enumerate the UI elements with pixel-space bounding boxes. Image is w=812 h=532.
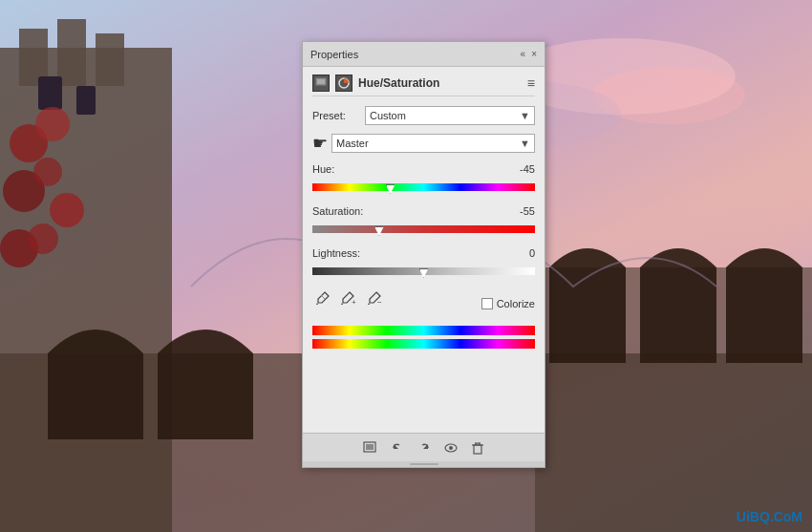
saturation-slider-row: Saturation: -55: [312, 205, 535, 238]
trash-icon: [470, 440, 485, 456]
master-select[interactable]: Master ▼: [331, 134, 535, 153]
lightness-slider-track-container[interactable]: [312, 263, 535, 280]
master-row: ☛ Master ▼: [312, 133, 535, 154]
lightness-header: Lightness: 0: [312, 247, 535, 259]
rainbow-bottom-bar: [312, 339, 535, 349]
preset-label: Preset:: [312, 110, 365, 121]
hue-sat-icon: [337, 76, 351, 90]
delete-button[interactable]: [470, 440, 485, 456]
layer-svg-icon: [314, 76, 328, 90]
panel-footer: [303, 433, 545, 461]
saturation-slider-track-container[interactable]: [312, 221, 535, 238]
master-arrow: ▼: [520, 138, 530, 149]
eyedropper-sub-svg: −: [368, 291, 383, 307]
panel-content: Hue/Saturation ≡ Preset: Custom ▼ ☛ Mast…: [303, 67, 545, 356]
hue-header: Hue: -45: [312, 163, 535, 175]
rainbow-top-bar: [312, 326, 535, 335]
hue-label: Hue:: [312, 163, 334, 175]
eyedropper-add-svg: +: [341, 291, 356, 307]
saturation-value: -55: [506, 205, 535, 217]
hand-tool-icon[interactable]: ☛: [312, 133, 328, 154]
section-title: Hue/Saturation: [358, 76, 439, 90]
undo-icon: [390, 440, 405, 456]
layer-icon-dark: [312, 74, 330, 92]
visibility-icon: [443, 440, 459, 456]
tools-row: + −: [312, 289, 385, 309]
preset-value: Custom: [370, 110, 406, 121]
svg-rect-26: [366, 444, 374, 450]
colorize-label: Colorize: [497, 298, 535, 309]
layer-section-header: Hue/Saturation ≡: [312, 74, 535, 96]
saturation-header: Saturation: -55: [312, 205, 535, 217]
panel-header-icons: « ×: [521, 49, 537, 59]
colorize-checkbox[interactable]: [481, 298, 493, 309]
panel-spacer: [303, 356, 545, 433]
eyedropper-icon[interactable]: [312, 289, 331, 309]
hue-slider-row: Hue: -45: [312, 163, 535, 196]
lightness-value: 0: [506, 247, 535, 259]
panel-header: Properties « ×: [303, 42, 545, 67]
svg-text:+: +: [352, 298, 356, 307]
resize-handle-bar: [410, 463, 438, 465]
lightness-slider-row: Lightness: 0: [312, 247, 535, 280]
svg-rect-20: [317, 79, 325, 84]
resize-handle[interactable]: [303, 461, 545, 467]
panel-menu-icon[interactable]: ≡: [527, 75, 535, 91]
svg-line-22: [321, 295, 325, 299]
layer-mask-button[interactable]: [363, 440, 378, 456]
preset-row: Preset: Custom ▼: [312, 106, 535, 125]
adjustment-icon: [335, 74, 353, 92]
lightness-label: Lightness:: [312, 247, 360, 259]
hue-value: -45: [506, 163, 535, 175]
properties-panel: Properties « × Hue/Saturation: [302, 41, 545, 468]
tools-colorize-row: + − Colorize: [312, 289, 535, 318]
colorize-row: Colorize: [481, 298, 535, 309]
close-icon[interactable]: ×: [531, 49, 537, 59]
panel-title: Properties: [310, 49, 358, 60]
master-value: Master: [336, 138, 369, 149]
watermark: UiBQ.CoM: [737, 509, 802, 524]
layer-mask-icon: [363, 440, 378, 456]
eyedropper-subtract-icon[interactable]: −: [366, 289, 385, 309]
svg-rect-31: [474, 445, 481, 454]
eyedropper-svg: [314, 291, 330, 307]
hue-slider-track-container[interactable]: [312, 179, 535, 196]
preset-arrow: ▼: [520, 110, 530, 121]
collapse-icon[interactable]: «: [521, 49, 526, 59]
saturation-label: Saturation:: [312, 205, 363, 217]
svg-text:−: −: [377, 298, 382, 307]
hue-slider-track: [312, 183, 535, 191]
redo-icon: [417, 440, 432, 456]
svg-point-30: [449, 446, 453, 450]
redo-button[interactable]: [417, 440, 432, 456]
saturation-slider-track: [312, 225, 535, 233]
undo-button[interactable]: [390, 440, 405, 456]
preset-select[interactable]: Custom ▼: [365, 106, 535, 125]
visibility-button[interactable]: [443, 440, 459, 456]
eyedropper-add-icon[interactable]: +: [339, 289, 358, 309]
